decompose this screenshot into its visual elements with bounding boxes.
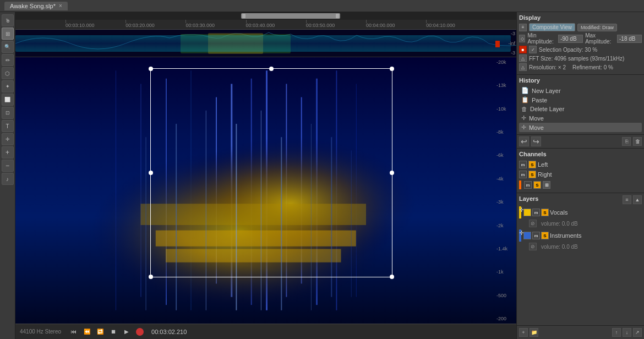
channel-right-m-button[interactable]: m <box>519 171 527 178</box>
ruler-tick: 00:03:50.000 <box>306 20 335 29</box>
layer-vocals-mute-icon[interactable]: ⊘ <box>529 220 537 227</box>
channel-left-m-button[interactable]: m <box>519 161 527 168</box>
max-amplitude-input[interactable] <box>617 35 642 43</box>
layers-expand-icon[interactable]: ▲ <box>633 195 642 204</box>
loop-button[interactable]: 🔁 <box>95 327 105 337</box>
svg-rect-22 <box>166 249 341 262</box>
active-channel-grid-button[interactable]: ⊞ <box>543 181 550 189</box>
spectrogram-area[interactable]: -20k -13k -10k -8k -6k -4k -3k -2k -1.4k… <box>15 57 516 324</box>
layer-instruments-volume: volume: 0.0 dB <box>541 244 578 250</box>
channel-left-row: m S Left <box>519 160 642 170</box>
tool-note[interactable]: ♪ <box>2 173 14 185</box>
tool-move[interactable]: ✛ <box>2 133 14 145</box>
layers-icon[interactable]: ≡ <box>519 24 527 31</box>
waveform-container[interactable]: -3 -inf -3 <box>15 30 516 57</box>
move-down-icon[interactable]: ↓ <box>623 328 631 337</box>
history-item-new-layer[interactable]: 📄 New Layer <box>519 86 642 95</box>
tool-minus[interactable]: − <box>2 160 14 172</box>
channels-title: Channels <box>519 151 642 157</box>
modified-button[interactable]: Modified: Draw <box>577 24 617 31</box>
layer-instruments-sub-row: ⊘ volume: 0.0 dB <box>519 243 642 250</box>
tool-select[interactable]: ⊞ <box>2 28 14 40</box>
new-layer-bottom-icon[interactable]: + <box>519 328 528 337</box>
export-icon[interactable]: ↗ <box>633 328 642 337</box>
redo-button[interactable]: ↪ <box>531 136 541 146</box>
layer-instruments: ✛ m S Instruments ⊘ volume: 0.0 dB <box>519 229 642 250</box>
left-toolbar: 🖱 ⊞ 🔍 ✏ ⬡ ✦ ⬜ ⊡ T ✛ + − ♪ <box>0 12 15 339</box>
svg-rect-31 <box>351 150 352 297</box>
tab[interactable]: Awake Song.slp* × <box>4 2 68 10</box>
layer-vocals-s-button[interactable]: S <box>541 209 549 216</box>
history-item-label: Move <box>529 115 544 122</box>
layer-instruments-mute-icon[interactable]: ⊘ <box>529 243 537 250</box>
horizontal-scrollbar[interactable] <box>15 12 516 20</box>
active-channel-s-button[interactable]: S <box>533 181 541 189</box>
layers-collapse-icon[interactable]: ≡ <box>623 195 631 204</box>
move-icon-2: ✛ <box>521 124 526 131</box>
skip-back-button[interactable]: ⏮ <box>69 327 79 337</box>
check-icon: ✓ <box>529 46 537 53</box>
layer-instruments-s-button[interactable]: S <box>541 232 549 239</box>
delete-icon: 🗑 <box>521 106 527 112</box>
tool-stamp[interactable]: ⊡ <box>2 107 14 119</box>
title-bar: Awake Song.slp* × <box>0 0 644 12</box>
sel-opacity-icon: ■ <box>519 46 527 53</box>
channel-right-label: Right <box>538 171 642 178</box>
play-button[interactable]: ▶ <box>122 327 132 337</box>
layer-instruments-drag-handle[interactable]: ✛ <box>519 229 521 242</box>
history-item-move-2[interactable]: ✛ Move <box>519 123 642 132</box>
db-label-top: -3 <box>511 31 515 36</box>
tool-draw[interactable]: ✏ <box>2 54 14 66</box>
folder-icon[interactable]: 📁 <box>530 328 538 337</box>
history-item-move-1[interactable]: ✛ Move <box>519 113 642 123</box>
channels-section: Channels m S Left m S Right m S ⊞ <box>517 149 644 193</box>
move-up-icon[interactable]: ↑ <box>612 328 621 337</box>
ruler-tick: 00:04:00.000 <box>366 20 395 29</box>
trash-icon[interactable]: 🗑 <box>633 137 642 146</box>
layer-instruments-m-button[interactable]: m <box>532 232 540 239</box>
layer-vocals-m-button[interactable]: m <box>532 209 540 216</box>
layer-vocals: ✛ m S Vocals ⊘ volume: 0.0 dB <box>519 206 642 227</box>
fft-size-label: FFT Size: 4096 samples (93ms/11kHz) <box>529 56 624 62</box>
amplitude-icon[interactable]: ◇ <box>519 35 525 42</box>
undo-button[interactable]: ↩ <box>519 136 529 146</box>
tool-text[interactable]: T <box>2 120 14 132</box>
channel-left-label: Left <box>538 161 642 168</box>
tool-cursor[interactable]: 🖱 <box>2 14 14 26</box>
timeline-ruler[interactable]: 00:03:10.000 00:03:20.000 00:03:30.000 0… <box>15 20 516 30</box>
svg-rect-19 <box>15 57 516 324</box>
min-amplitude-input[interactable] <box>558 35 583 43</box>
time-display: 00:03:02.210 <box>151 329 187 335</box>
tool-wand[interactable]: ✦ <box>2 80 14 92</box>
layers-title: Layers <box>519 195 538 202</box>
channel-right-s-button[interactable]: S <box>528 171 536 178</box>
composite-view-button[interactable]: Composite View <box>529 23 575 31</box>
stop-button[interactable]: ⏹ <box>108 327 118 337</box>
history-item-paste[interactable]: 📋 Paste <box>519 95 642 105</box>
svg-rect-25 <box>206 111 206 310</box>
tool-rubber[interactable]: ⬜ <box>2 94 14 106</box>
ruler-tick: 00:03:20.000 <box>125 20 155 29</box>
tool-lasso[interactable]: ⬡ <box>2 67 14 79</box>
layer-vocals-volume: volume: 0.0 dB <box>541 221 578 227</box>
history-item-label: Move <box>529 124 544 131</box>
scrollbar-thumb[interactable] <box>241 13 340 19</box>
svg-rect-3 <box>15 35 511 52</box>
step-back-button[interactable]: ⏪ <box>82 327 92 337</box>
history-item-delete-layer[interactable]: 🗑 Delete Layer <box>519 105 642 113</box>
record-button[interactable] <box>136 328 144 336</box>
copy-icon[interactable]: ⎘ <box>622 137 631 146</box>
svg-rect-27 <box>261 111 261 310</box>
layer-vocals-row[interactable]: ✛ m S Vocals <box>519 206 642 218</box>
layer-instruments-row[interactable]: ✛ m S Instruments <box>519 229 642 242</box>
tool-zoom[interactable]: 🔍 <box>2 41 14 53</box>
close-button[interactable]: × <box>59 3 62 9</box>
channel-left-s-button[interactable]: S <box>528 161 536 168</box>
svg-rect-28 <box>281 137 282 310</box>
layer-vocals-drag-handle[interactable]: ✛ <box>519 206 521 218</box>
active-channel-m-button[interactable]: m <box>524 181 532 189</box>
tool-plus[interactable]: + <box>2 146 14 158</box>
history-item-label: New Layer <box>532 88 561 94</box>
active-channel-row: m S ⊞ <box>519 179 642 190</box>
resolution-label: Resolution: × 2 <box>529 64 566 70</box>
